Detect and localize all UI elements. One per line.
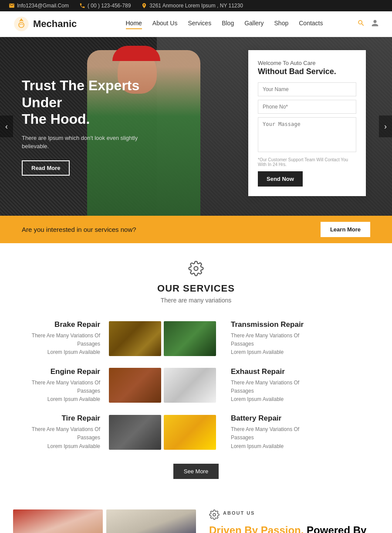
tire-repair-desc: There Are Many Variations Of PassagesLor… xyxy=(22,425,100,451)
about-image-woman xyxy=(13,509,103,533)
email-info: Info1234@Gmail.Com xyxy=(9,3,69,9)
nav-shop[interactable]: Shop xyxy=(274,20,289,28)
services-section: OUR SERVICES There are many variations B… xyxy=(0,243,392,492)
about-image-mechanic xyxy=(106,509,196,533)
brake-repair-title: Brake Repair xyxy=(54,320,100,329)
row2-images xyxy=(109,368,222,403)
contact-note: *Our Customer Support Team Will Contact … xyxy=(258,157,356,167)
car-image-1 xyxy=(109,321,161,356)
battery-repair-desc: There Are Many Variations Of PassagesLor… xyxy=(231,425,309,451)
row1-images xyxy=(109,321,222,356)
car-image-3 xyxy=(109,368,161,403)
contact-name-input[interactable] xyxy=(258,82,356,96)
contact-phone-input[interactable] xyxy=(258,100,356,114)
top-bar: Info1234@Gmail.Com ( 00 ) 123-456-789 32… xyxy=(0,0,392,11)
phone-info: ( 00 ) 123-456-789 xyxy=(79,3,131,9)
engine-repair-title: Engine Repair xyxy=(51,367,100,376)
engine-repair-left: Engine Repair There Are Many Variations … xyxy=(13,363,109,408)
send-now-button[interactable]: Send Now xyxy=(258,171,303,187)
about-images xyxy=(13,509,196,533)
tire-repair-left: Tire Repair There Are Many Variations Of… xyxy=(13,410,109,455)
hero-headline: Trust The Experts Under The Hood. xyxy=(22,77,161,127)
see-more-button[interactable]: See More xyxy=(173,464,219,479)
contact-welcome-sub: Welcome To Auto Care xyxy=(258,60,356,66)
hero-subtext: There are Ipsum which don't look even sl… xyxy=(22,134,161,151)
services-banner-text: Are you interested in our services now? xyxy=(22,226,136,233)
services-title: OUR SERVICES xyxy=(13,283,379,294)
header-icons xyxy=(357,19,379,29)
hero-next-button[interactable]: › xyxy=(379,115,392,137)
services-row-2: Engine Repair There Are Many Variations … xyxy=(13,363,379,408)
svg-point-3 xyxy=(213,513,216,516)
engine-repair-desc: There Are Many Variations Of PassagesLor… xyxy=(22,379,100,404)
hero-content: Trust The Experts Under The Hood. There … xyxy=(0,77,183,175)
svg-point-2 xyxy=(194,267,198,271)
car-image-5 xyxy=(109,415,161,450)
row3-images xyxy=(109,415,222,450)
learn-more-button[interactable]: Learn More xyxy=(321,222,370,237)
car-image-2 xyxy=(164,321,216,356)
nav-services[interactable]: Services xyxy=(188,20,211,28)
hero-section: Trust The Experts Under The Hood. There … xyxy=(0,37,392,216)
nav-about[interactable]: About Us xyxy=(152,20,178,28)
brake-repair-left: Brake Repair There Are Many Variations O… xyxy=(13,316,109,361)
services-row-3: Tire Repair There Are Many Variations Of… xyxy=(13,410,379,455)
header: Mechanic Home About Us Services Blog Gal… xyxy=(0,11,392,37)
battery-repair-title: Battery Repair xyxy=(231,414,281,423)
services-row-1: Brake Repair There Are Many Variations O… xyxy=(13,316,379,361)
nav-home[interactable]: Home xyxy=(126,20,142,28)
battery-repair-right: Battery Repair There Are Many Variations… xyxy=(222,410,318,455)
exhaust-repair-title: Exhaust Repair xyxy=(231,367,285,376)
nav-gallery[interactable]: Gallery xyxy=(244,20,264,28)
contact-card: Welcome To Auto Care Without Bad Service… xyxy=(248,50,366,196)
contact-message-input[interactable] xyxy=(258,117,356,152)
brake-repair-desc: There Are Many Variations Of PassagesLor… xyxy=(22,332,100,357)
logo[interactable]: Mechanic xyxy=(13,16,91,32)
read-more-button[interactable]: Read More xyxy=(22,160,70,176)
main-nav: Home About Us Services Blog Gallery Shop… xyxy=(91,20,357,28)
transmission-repair-title: Transmission Repair xyxy=(231,320,304,329)
address-info: 3261 Anmoore Lorem Ipsum , NY 11230 xyxy=(141,3,243,9)
tire-repair-title: Tire Repair xyxy=(61,414,100,423)
about-content: ABOUT US Driven By Passion, Powered By T… xyxy=(196,509,379,533)
about-section: ABOUT US Driven By Passion, Powered By T… xyxy=(0,492,392,533)
car-image-4 xyxy=(164,368,216,403)
transmission-repair-desc: There Are Many Variations Of PassagesLor… xyxy=(231,332,309,357)
services-banner: Are you interested in our services now? … xyxy=(0,216,392,243)
hero-prev-button[interactable]: ‹ xyxy=(0,115,13,137)
user-icon[interactable] xyxy=(371,19,379,29)
about-tag: ABOUT US xyxy=(223,510,255,516)
nav-blog[interactable]: Blog xyxy=(222,20,234,28)
contact-welcome-title: Without Bad Service. xyxy=(258,67,356,76)
services-subtitle: There are many variations xyxy=(13,297,379,304)
car-image-6 xyxy=(164,415,216,450)
services-gear-icon xyxy=(13,261,379,279)
exhaust-repair-right: Exhaust Repair There Are Many Variations… xyxy=(222,363,318,408)
exhaust-repair-desc: There Are Many Variations Of PassagesLor… xyxy=(231,379,309,404)
nav-contacts[interactable]: Contacts xyxy=(299,20,323,28)
transmission-repair-right: Transmission Repair There Are Many Varia… xyxy=(222,316,318,361)
about-heading: Driven By Passion, Powered By Trust. xyxy=(209,523,379,533)
about-gear-icon xyxy=(209,509,220,520)
search-icon[interactable] xyxy=(357,19,365,29)
